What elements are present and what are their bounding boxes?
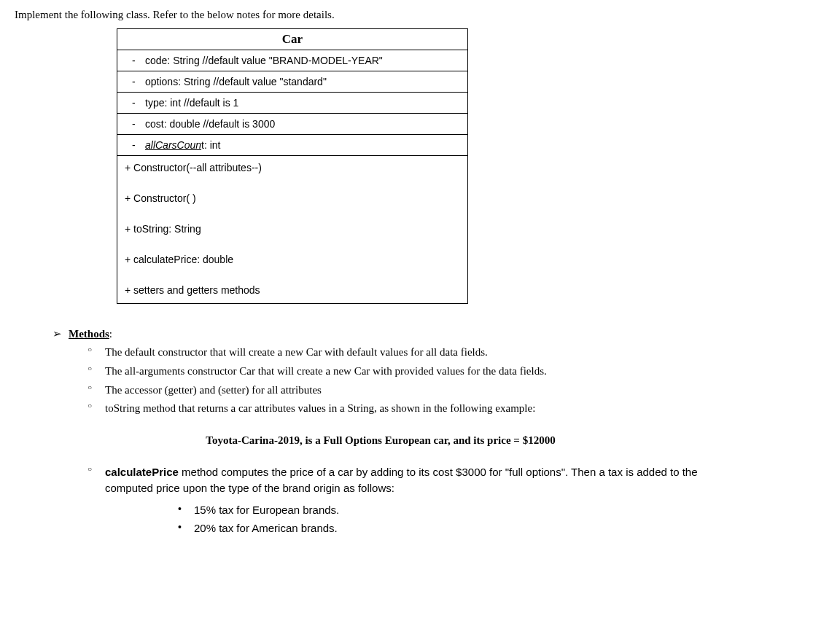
- calc-rest: method computes the price of a car by ad…: [105, 466, 698, 494]
- uml-class-box: Car -code: String //default value "BRAND…: [117, 28, 468, 304]
- intro-text: Implement the following class. Refer to …: [15, 9, 825, 21]
- list-item: The default constructor that will create…: [88, 343, 703, 362]
- uml-attr: -allCarsCount: int: [117, 135, 467, 156]
- list-item: The accessor (getter) and (setter) for a…: [88, 381, 703, 400]
- methods-notes: ➢Methods: The default constructor that w…: [52, 327, 825, 544]
- uml-method: + setters and getters methods: [117, 278, 467, 303]
- uml-attr: -cost: double //default is 3000: [117, 114, 467, 135]
- uml-method: + Constructor(--all attributes--): [117, 156, 467, 187]
- calc-list: calculatePrice method computes the price…: [52, 463, 825, 544]
- list-item: calculatePrice method computes the price…: [88, 463, 703, 544]
- attr-underlined: allCarsCoun: [145, 139, 201, 151]
- uml-attr: -type: int //default is 1: [117, 93, 467, 114]
- list-item: 20% tax for American brands.: [178, 519, 703, 538]
- uml-method: + calculatePrice: double: [117, 248, 467, 278]
- uml-attr: -options: String //default value "standa…: [117, 71, 467, 93]
- uml-method: + Constructor( ): [117, 187, 467, 217]
- attr-text: code: String //default value "BRAND-MODE…: [145, 55, 383, 66]
- attr-rest: t: int: [201, 139, 220, 151]
- list-item: toString method that returns a car attri…: [88, 399, 703, 418]
- tax-list: 15% tax for European brands. 20% tax for…: [105, 501, 703, 539]
- attr-text: cost: double //default is 3000: [145, 118, 275, 130]
- uml-title: Car: [117, 29, 467, 50]
- uml-attributes: -code: String //default value "BRAND-MOD…: [117, 50, 467, 156]
- arrow-icon: ➢: [52, 327, 69, 340]
- attr-text: type: int //default is 1: [145, 97, 238, 109]
- list-item: The all-arguments constructor Car that w…: [88, 362, 703, 381]
- list-item: 15% tax for European brands.: [178, 501, 703, 520]
- example-output: Toyota-Carina-2019, is a Full Options Eu…: [118, 434, 643, 447]
- uml-attr: -code: String //default value "BRAND-MOD…: [117, 50, 467, 71]
- colon: :: [109, 328, 112, 340]
- methods-heading-label: Methods: [69, 328, 109, 340]
- calc-lead: calculatePrice: [105, 466, 179, 478]
- methods-heading: ➢Methods:: [52, 327, 825, 340]
- uml-method: + toString: String: [117, 217, 467, 248]
- methods-list: The default constructor that will create…: [52, 343, 825, 418]
- attr-text: options: String //default value "standar…: [145, 76, 327, 87]
- uml-methods: + Constructor(--all attributes--) + Cons…: [117, 156, 467, 303]
